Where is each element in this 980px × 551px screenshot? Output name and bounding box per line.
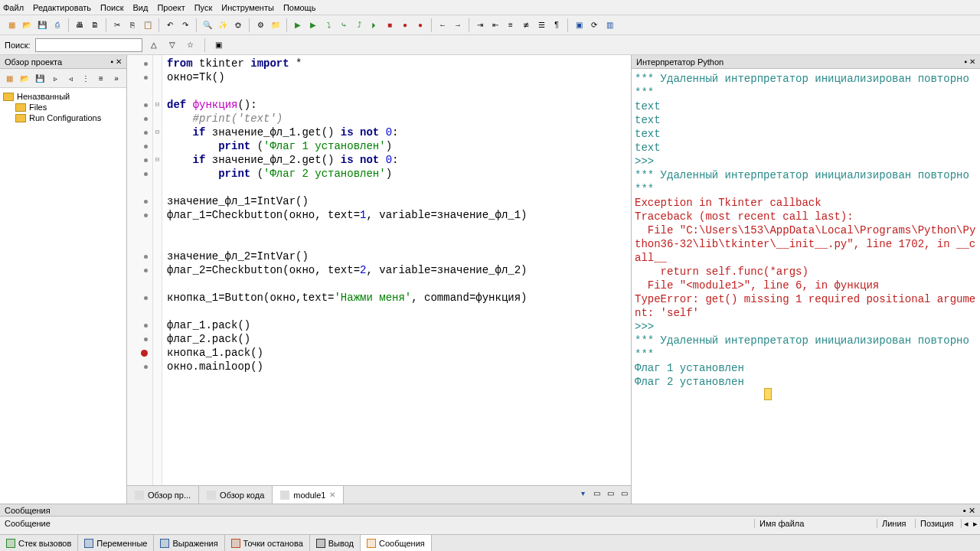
scroll-right-icon[interactable]: ▸ bbox=[971, 519, 980, 529]
nav-back-icon[interactable]: ← bbox=[436, 18, 449, 32]
stop-icon[interactable]: ■ bbox=[383, 18, 397, 32]
menu-tools[interactable]: Инструменты bbox=[221, 3, 274, 12]
more-icon[interactable]: » bbox=[109, 71, 123, 85]
goto-icon[interactable]: ⯐ bbox=[231, 18, 245, 32]
panel-pin-icon[interactable]: ▪ bbox=[963, 506, 966, 515]
nav2-icon[interactable]: ◃ bbox=[64, 71, 77, 85]
dedent-icon[interactable]: ⇤ bbox=[488, 18, 502, 32]
menu-search[interactable]: Поиск bbox=[100, 3, 123, 12]
console-output[interactable]: *** Удаленный интерпретатор инициализиро… bbox=[632, 69, 980, 504]
preview-icon[interactable]: 🗎 bbox=[88, 18, 102, 32]
save-proj-icon[interactable]: 💾 bbox=[33, 71, 47, 85]
menu-view[interactable]: Вид bbox=[133, 3, 149, 12]
open-icon[interactable]: 📂 bbox=[20, 18, 34, 32]
menu-edit[interactable]: Редактировать bbox=[33, 3, 91, 12]
copy-icon[interactable]: ⎘ bbox=[126, 18, 139, 32]
config-icon[interactable]: ⚙ bbox=[253, 18, 267, 32]
paste-icon[interactable]: 📋 bbox=[141, 18, 155, 32]
col-message[interactable]: Сообщение bbox=[0, 519, 755, 528]
tab-opt3-icon[interactable]: ▭ bbox=[617, 486, 631, 500]
col-line[interactable]: Линия bbox=[877, 519, 916, 528]
code-editor[interactable]: ⊟⊟⊟ from tkinter import *окно=Tk()def фу… bbox=[127, 55, 631, 485]
tree-node[interactable]: Неназванный bbox=[3, 91, 123, 102]
refresh-icon[interactable]: ⟳ bbox=[587, 18, 601, 32]
menu-file[interactable]: Файл bbox=[3, 3, 24, 12]
comment-icon[interactable]: ≡ bbox=[504, 18, 518, 32]
cut-icon[interactable]: ✂ bbox=[110, 18, 124, 32]
panel-close-icon[interactable]: ✕ bbox=[116, 57, 122, 66]
bottom-tab[interactable]: Вывод bbox=[310, 535, 361, 551]
panel-close-icon[interactable]: ✕ bbox=[969, 506, 975, 515]
bottom-tab[interactable]: Выражения bbox=[154, 535, 224, 551]
debug-icon[interactable]: ▶ bbox=[306, 18, 320, 32]
gutter-dot bbox=[144, 214, 148, 217]
tab-opt1-icon[interactable]: ▭ bbox=[590, 486, 603, 500]
uncomment-icon[interactable]: ≢ bbox=[519, 18, 533, 32]
nav-icon[interactable]: ▹ bbox=[48, 71, 62, 85]
console-line: return self.func(*args) bbox=[635, 265, 977, 279]
open-proj-icon[interactable]: 📂 bbox=[18, 71, 31, 85]
layout-icon[interactable]: ▣ bbox=[572, 18, 586, 32]
search-prev-icon[interactable]: △ bbox=[147, 38, 161, 52]
tab-menu-icon[interactable]: ▾ bbox=[576, 486, 590, 500]
step-into-icon[interactable]: ⤷ bbox=[337, 18, 351, 32]
search-next-icon[interactable]: ▽ bbox=[165, 38, 179, 52]
menu-run[interactable]: Пуск bbox=[194, 3, 213, 12]
close-icon[interactable]: ✕ bbox=[329, 491, 335, 499]
editor-tab[interactable]: module1✕ bbox=[273, 486, 344, 504]
col-pos[interactable]: Позиция bbox=[916, 519, 962, 528]
sidebar-toolbar: ▦ 📂 💾 ▹ ◃ ⋮ ≡ » bbox=[0, 69, 126, 88]
gutter-dot bbox=[144, 324, 148, 328]
find-icon[interactable]: 🔍 bbox=[201, 18, 214, 32]
step-out-icon[interactable]: ⤴ bbox=[352, 18, 366, 32]
tab-opt2-icon[interactable]: ▭ bbox=[603, 486, 617, 500]
save-all-icon[interactable]: ⎙ bbox=[51, 18, 64, 32]
col-file[interactable]: Имя файла bbox=[755, 519, 877, 528]
tree-node[interactable]: Run Configurations bbox=[3, 112, 123, 123]
editor-gutter[interactable] bbox=[127, 55, 153, 485]
tree-node[interactable]: Files bbox=[3, 102, 123, 112]
tree-icon[interactable]: ⋮ bbox=[79, 71, 93, 85]
continue-icon[interactable]: ⏵ bbox=[368, 18, 381, 32]
menu-project[interactable]: Проект bbox=[157, 3, 185, 12]
print-icon[interactable]: 🖶 bbox=[73, 18, 87, 32]
record-icon[interactable]: ● bbox=[398, 18, 412, 32]
undo-icon[interactable]: ↶ bbox=[163, 18, 177, 32]
menu-help[interactable]: Помощь bbox=[283, 3, 316, 12]
search-close-icon[interactable]: ▣ bbox=[212, 38, 226, 52]
new-icon[interactable]: ▦ bbox=[2, 71, 16, 85]
console-line: *** Удаленный интерпретатор инициализиро… bbox=[635, 72, 977, 99]
redo-icon[interactable]: ↷ bbox=[178, 18, 192, 32]
panel-pin-icon[interactable]: ▪ bbox=[964, 57, 967, 66]
para-icon[interactable]: ¶ bbox=[550, 18, 564, 32]
breakpoint-icon[interactable] bbox=[141, 350, 148, 357]
code-content[interactable]: from tkinter import *окно=Tk()def функци… bbox=[162, 55, 631, 485]
console-line: File "C:\Users\153\AppData\Local\Program… bbox=[635, 223, 977, 265]
bottom-tab[interactable]: Стек вызовов bbox=[0, 535, 78, 551]
nav-fwd-icon[interactable]: → bbox=[451, 18, 465, 32]
step-over-icon[interactable]: ⤵ bbox=[322, 18, 335, 32]
editor-tab[interactable]: Обзор кода bbox=[199, 486, 273, 504]
search-opts-icon[interactable]: ☆ bbox=[184, 38, 198, 52]
breakpoint-icon[interactable]: ● bbox=[413, 18, 427, 32]
bottom-tab[interactable]: Переменные bbox=[78, 535, 154, 551]
scroll-left-icon[interactable]: ◂ bbox=[962, 519, 971, 529]
save-icon[interactable]: 💾 bbox=[35, 18, 49, 32]
highlight-icon[interactable]: ✨ bbox=[216, 18, 230, 32]
view-icon[interactable]: ▥ bbox=[603, 18, 616, 32]
panel-pin-icon[interactable]: ▪ bbox=[110, 57, 113, 66]
bottom-tab[interactable]: Сообщения bbox=[361, 535, 432, 551]
list-icon[interactable]: ☰ bbox=[534, 18, 548, 32]
panel-close-icon[interactable]: ✕ bbox=[969, 57, 975, 66]
fold-column[interactable]: ⊟⊟⊟ bbox=[153, 55, 162, 485]
editor-tab[interactable]: Обзор пр... bbox=[127, 486, 199, 504]
search-input[interactable] bbox=[35, 38, 142, 52]
new-file-icon[interactable]: ▦ bbox=[5, 18, 18, 32]
indent-icon[interactable]: ⇥ bbox=[473, 18, 487, 32]
run-icon[interactable]: ▶ bbox=[291, 18, 305, 32]
expand-icon[interactable]: ≡ bbox=[94, 71, 108, 85]
project-tree[interactable]: НеназванныйFilesRun Configurations bbox=[0, 88, 126, 504]
bottom-tab[interactable]: Точки останова bbox=[225, 535, 310, 551]
folder-icon[interactable]: 📁 bbox=[269, 18, 283, 32]
tab-icon bbox=[231, 539, 240, 548]
